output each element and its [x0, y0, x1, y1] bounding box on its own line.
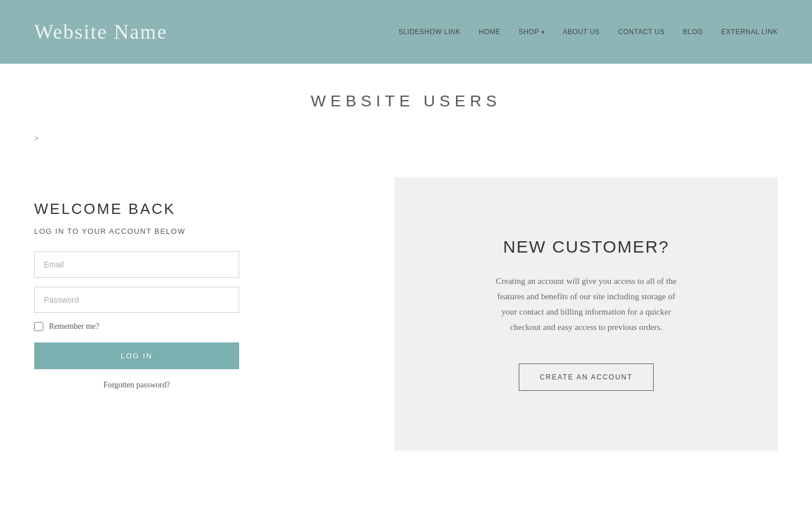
page-title-section: WEBSITE USERS — [34, 64, 778, 127]
site-logo: Website Name — [34, 20, 167, 44]
login-section: WELCOME BACK LOG IN TO YOUR ACCOUNT BELO… — [34, 177, 395, 451]
main-content: WEBSITE USERS > WELCOME BACK LOG IN TO Y… — [0, 64, 812, 451]
breadcrumb: > — [34, 127, 778, 177]
two-col-layout: WELCOME BACK LOG IN TO YOUR ACCOUNT BELO… — [34, 177, 778, 451]
nav-slideshow-link[interactable]: SLIDESHOW LINK — [399, 28, 461, 36]
new-customer-section: NEW CUSTOMER? Creating an account will g… — [395, 177, 778, 451]
nav-shop-label: SHOP — [519, 28, 539, 36]
welcome-title: WELCOME BACK — [34, 200, 360, 218]
chevron-down-icon: ▾ — [542, 29, 545, 35]
login-button[interactable]: LOG IN — [34, 342, 239, 369]
login-subtitle: LOG IN TO YOUR ACCOUNT BELOW — [34, 227, 360, 236]
nav-blog[interactable]: BLOG — [683, 28, 703, 36]
nav-contact-us[interactable]: CONTACT US — [618, 28, 665, 36]
nav-home[interactable]: HOME — [479, 28, 501, 36]
create-account-button[interactable]: CREATE AN ACCOUNT — [519, 364, 654, 391]
remember-checkbox[interactable] — [34, 322, 43, 331]
new-customer-description: Creating an account will give you access… — [490, 274, 683, 335]
new-customer-title: NEW CUSTOMER? — [503, 237, 669, 257]
remember-row: Remember me? — [34, 322, 360, 331]
breadcrumb-arrow: > — [34, 134, 39, 143]
email-field[interactable] — [34, 251, 239, 278]
site-header: Website Name SLIDESHOW LINK HOME SHOP ▾ … — [0, 0, 812, 64]
password-field[interactable] — [34, 287, 239, 313]
remember-label[interactable]: Remember me? — [49, 322, 99, 331]
nav-external-link[interactable]: EXTERNAL LINK — [721, 28, 778, 36]
nav-about-us[interactable]: ABOUT US — [563, 28, 600, 36]
page-title: WEBSITE USERS — [34, 92, 778, 110]
email-group — [34, 251, 360, 278]
nav-shop[interactable]: SHOP ▾ — [519, 28, 545, 36]
main-nav: SLIDESHOW LINK HOME SHOP ▾ ABOUT US CONT… — [399, 28, 778, 36]
forgotten-password-link[interactable]: Forgotten password? — [34, 381, 239, 390]
password-group — [34, 287, 360, 313]
